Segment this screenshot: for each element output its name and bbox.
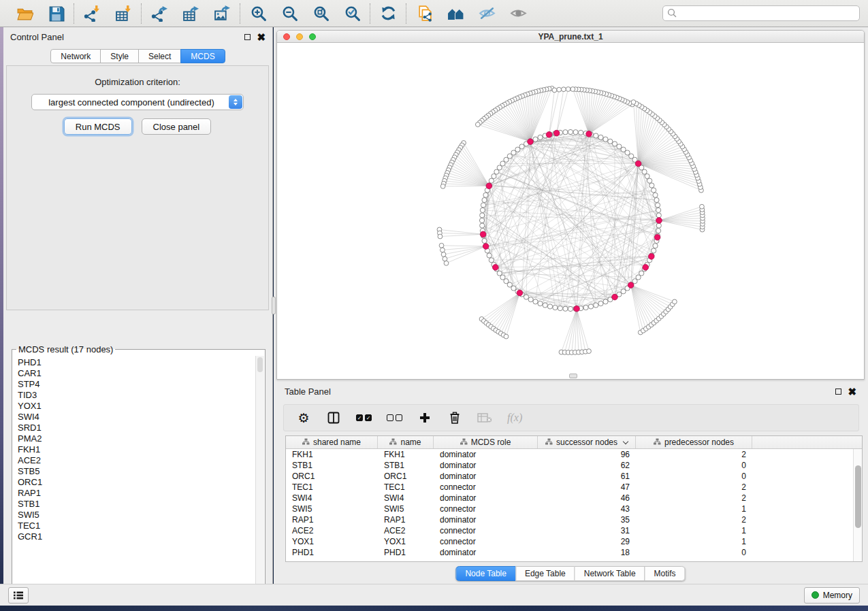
memory-status-dot [811,591,819,599]
mcds-result-item[interactable]: YOX1 [18,401,255,412]
run-mcds-button[interactable]: Run MCDS [64,118,132,135]
table-row[interactable]: RAP1RAP1dominator352 [286,514,853,525]
column-header-successor-nodes[interactable]: successor nodes [538,436,636,448]
export-image-icon[interactable] [212,4,231,23]
cytoscape-window: Control Panel ✖ NetworkStyleSelectMCDS O… [0,0,868,611]
criterion-dropdown[interactable]: largest connected component (undirected) [31,94,244,110]
mcds-result-item[interactable]: TEC1 [18,521,255,531]
mcds-result-item[interactable]: SWI4 [18,412,255,423]
table-row[interactable]: FKH1FKH1dominator962 [286,449,853,460]
mcds-result-item[interactable]: SRD1 [18,423,255,433]
list-icon [13,591,24,600]
network-canvas[interactable] [277,43,865,380]
hide-selected-icon[interactable] [477,4,496,23]
horizontal-split-handle[interactable] [569,374,577,378]
search-input[interactable] [662,5,860,21]
float-table-panel-icon[interactable] [835,389,841,395]
tab-select[interactable]: Select [138,49,181,63]
close-panel-icon[interactable]: ✖ [257,32,266,42]
tab-mcds[interactable]: MCDS [180,49,225,63]
mcds-result-item[interactable]: STB1 [18,499,255,510]
cell-shared-name: FKH1 [286,450,378,459]
cell-successor-nodes: 47 [538,482,636,492]
tab-node-table[interactable]: Node Table [455,566,516,581]
select-all-columns-icon[interactable]: ✓✓ [356,409,372,427]
refresh-icon[interactable] [379,4,398,23]
tab-motifs[interactable]: Motifs [645,566,686,581]
show-columns-icon[interactable] [326,409,341,427]
cell-MCDS-role: dominator [434,461,538,470]
zoom-out-icon[interactable] [280,4,299,23]
mcds-result-item[interactable]: STB5 [18,466,255,477]
export-network-icon[interactable] [150,4,169,23]
window-minimize-icon[interactable] [296,33,303,40]
open-file-icon[interactable] [15,4,34,23]
cell-predecessor-nodes: 2 [636,493,752,503]
mcds-result-item[interactable]: ACE2 [18,455,255,466]
cell-name: SWI5 [378,504,434,514]
task-history-button[interactable] [8,587,29,604]
mcds-result-item[interactable]: GCR1 [18,531,255,542]
table-row[interactable]: SWI5SWI5connector431 [286,503,853,514]
mcds-result-list[interactable]: PHD1CAR1STP4TID3YOX1SWI4SRD1PMA2FKH1ACE2… [13,356,255,596]
network-window-titlebar[interactable]: YPA_prune.txt_1 [277,31,864,43]
copy-network-icon[interactable] [415,4,434,23]
unselect-all-columns-icon[interactable] [387,409,402,427]
mcds-result-item[interactable]: FKH1 [18,444,255,455]
table-row[interactable]: STB1STB1dominator620 [286,460,853,471]
table-row[interactable]: TEC1TEC1connector472 [286,482,853,493]
mcds-result-item[interactable]: TID3 [18,390,255,401]
mcds-result-item[interactable]: ORC1 [18,477,255,488]
cell-name: FKH1 [378,450,434,459]
zoom-in-icon[interactable] [248,4,268,23]
mcds-result-item[interactable]: PHD1 [18,357,255,368]
table-row[interactable]: ORC1ORC1dominator610 [286,471,853,482]
window-maximize-icon[interactable] [309,33,316,40]
close-panel-button[interactable]: Close panel [142,118,212,135]
mcds-result-item[interactable]: PMA2 [18,433,255,444]
mcds-result-item[interactable]: STP4 [18,379,255,390]
create-column-plus-icon[interactable] [417,409,432,427]
first-neighbors-icon[interactable] [446,4,465,23]
window-close-icon[interactable] [283,33,290,40]
tab-network-table[interactable]: Network Table [575,566,645,581]
save-session-icon[interactable] [46,4,65,23]
mcds-result-item[interactable]: RAP1 [18,488,255,499]
column-header-MCDS-role[interactable]: MCDS role [434,436,538,448]
table-row[interactable]: YOX1YOX1connector291 [286,536,853,547]
tab-edge-table[interactable]: Edge Table [515,566,575,581]
cell-MCDS-role: connector [434,537,538,546]
cell-name: RAP1 [378,515,434,525]
table-row[interactable]: PHD1PHD1dominator180 [286,547,853,558]
network-graph[interactable] [277,43,865,380]
column-header-shared-name[interactable]: shared name [286,436,378,448]
table-scrollbar[interactable] [853,449,862,561]
column-header-name[interactable]: name [378,436,434,448]
close-table-panel-icon[interactable]: ✖ [848,386,856,397]
delete-column-trash-icon[interactable] [447,409,462,427]
mcds-result-scrollbar[interactable] [255,356,264,596]
table-row[interactable]: ACE2ACE2connector311 [286,525,853,536]
memory-button[interactable]: Memory [804,587,860,604]
column-header-predecessor-nodes[interactable]: predecessor nodes [636,436,752,448]
table-row[interactable]: SWI4SWI4dominator462 [286,493,853,503]
zoom-selected-icon[interactable] [342,4,361,23]
main-toolbar [0,0,868,27]
column-header-filler [752,436,862,448]
import-table-icon[interactable] [114,4,133,23]
table-settings-gear-icon[interactable]: ⚙ [296,409,311,427]
right-pane: YPA_prune.txt_1 Table Panel ✖ ⚙ ✓✓ [274,27,868,584]
mcds-options-box: Optimization criterion: largest connecte… [6,65,269,310]
mcds-result-item[interactable]: SWI5 [18,510,255,521]
tab-style[interactable]: Style [100,49,139,63]
export-table-icon[interactable] [181,4,200,23]
import-network-icon[interactable] [82,4,101,23]
table-scrollbar-thumb[interactable] [855,465,861,528]
float-panel-icon[interactable] [244,34,251,40]
vertical-split-handle[interactable] [272,297,276,314]
cell-successor-nodes: 43 [538,504,636,514]
zoom-fit-icon[interactable] [311,4,330,23]
mcds-result-item[interactable]: CAR1 [18,368,255,379]
tab-network[interactable]: Network [50,49,101,63]
show-all-icon[interactable] [509,4,528,23]
